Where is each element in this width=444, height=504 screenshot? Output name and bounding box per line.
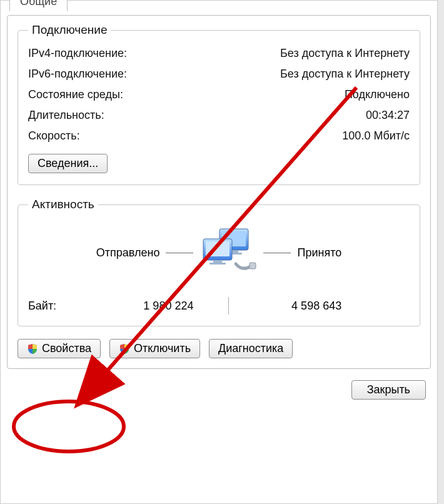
activity-legend: Активность	[28, 198, 98, 211]
speed-label: Скорость:	[28, 129, 80, 143]
bytes-received-value: 4 598 643	[263, 300, 341, 313]
close-button[interactable]: Закрыть	[351, 380, 426, 400]
ipv4-value: Без доступа к Интернету	[280, 47, 410, 60]
disable-button[interactable]: Отключить	[109, 339, 200, 358]
diagnose-button[interactable]: Диагностика	[209, 339, 293, 358]
dash-icon	[166, 253, 193, 253]
duration-label: Длительность:	[28, 109, 104, 122]
ipv6-value: Без доступа к Интернету	[280, 68, 410, 81]
svg-rect-5	[206, 241, 230, 256]
speed-value: 100.0 Мбит/с	[342, 129, 410, 143]
received-label: Принято	[297, 246, 341, 260]
ipv6-label: IPv6-подключение:	[28, 68, 127, 81]
details-button[interactable]: Сведения...	[28, 154, 108, 173]
shield-icon	[119, 343, 130, 355]
connection-group: Подключение IPv4-подключение: Без доступ…	[18, 23, 420, 185]
media-state-label: Состояние среды:	[28, 88, 123, 101]
connection-legend: Подключение	[28, 23, 111, 37]
vertical-divider	[228, 297, 229, 315]
sent-label: Отправлено	[96, 246, 160, 260]
ipv4-label: IPv4-подключение:	[28, 47, 127, 60]
svg-rect-6	[213, 260, 222, 263]
duration-value: 00:34:27	[366, 109, 410, 122]
shield-icon	[27, 343, 38, 355]
properties-button[interactable]: Свойства	[18, 339, 101, 358]
activity-group: Активность Отправлено	[18, 198, 420, 326]
bytes-label: Байт:	[28, 300, 91, 313]
network-computers-icon	[198, 228, 258, 275]
dash-icon	[263, 253, 291, 253]
svg-rect-8	[250, 263, 256, 269]
svg-rect-7	[209, 263, 226, 265]
bytes-sent-value: 1 980 224	[96, 300, 194, 313]
media-state-value: Подключено	[345, 88, 410, 101]
tab-general[interactable]: Общие	[9, 0, 68, 11]
